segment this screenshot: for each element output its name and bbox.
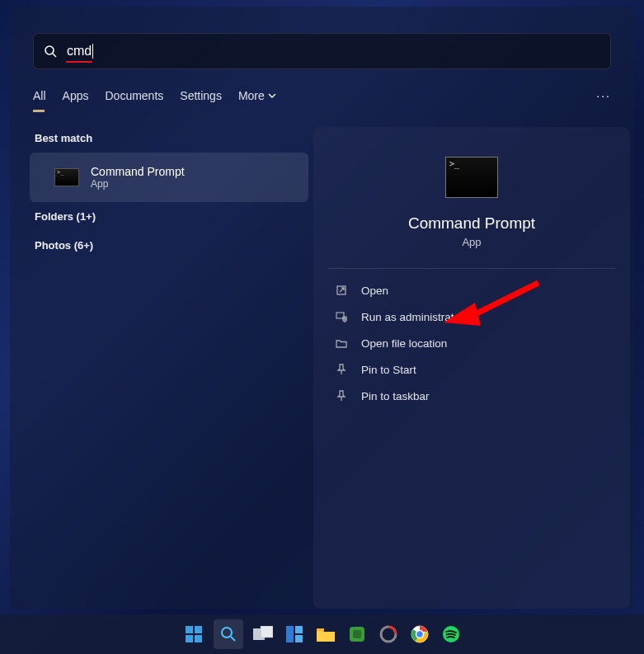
taskbar-start-button[interactable] [182,623,205,646]
pin-icon [335,363,348,376]
svg-rect-14 [286,626,294,642]
preview-subtitle: App [328,236,615,248]
svg-line-1 [53,54,56,57]
search-icon [34,45,67,58]
search-input-text[interactable]: cmd [67,44,92,59]
svg-rect-17 [317,628,324,631]
svg-point-0 [45,46,54,54]
taskbar-file-explorer[interactable] [314,623,337,646]
results-column: Best match Command Prompt App Folders (1… [30,129,308,260]
taskbar-widgets-button[interactable] [283,623,306,646]
action-list: Open Run as administrator Open file loca… [328,277,615,409]
preview-title: Command Prompt [328,214,615,233]
svg-point-10 [222,628,232,638]
action-pin-to-taskbar[interactable]: Pin to taskbar [328,383,615,409]
tab-settings[interactable]: Settings [180,89,222,112]
action-pin-to-start[interactable]: Pin to Start [328,356,615,383]
tab-all[interactable]: All [33,89,46,112]
svg-rect-9 [195,635,202,642]
command-prompt-icon-large [445,157,498,198]
command-prompt-icon [54,168,79,186]
divider [328,268,615,269]
action-run-as-administrator[interactable]: Run as administrator [328,303,615,330]
action-pin-start-label: Pin to Start [361,364,416,376]
taskbar-app-green[interactable] [346,623,369,646]
folders-category[interactable]: Folders (1+) [30,202,308,231]
svg-rect-7 [195,626,202,633]
taskbar-search-button[interactable] [214,619,243,649]
svg-rect-19 [353,630,361,638]
action-open-file-location[interactable]: Open file location [328,330,615,356]
action-open-label: Open [361,285,388,297]
tab-more[interactable]: More [238,89,276,112]
spellcheck-underline [66,61,92,63]
taskbar-chrome[interactable] [408,623,431,646]
text-cursor [92,44,93,59]
svg-rect-16 [295,635,303,642]
svg-rect-6 [186,626,193,633]
result-subtitle: App [91,178,185,190]
action-open-location-label: Open file location [361,337,447,350]
svg-rect-8 [186,635,193,642]
svg-rect-15 [295,626,303,633]
more-options-button[interactable]: ··· [596,89,611,102]
best-match-heading: Best match [30,129,308,148]
tab-apps[interactable]: Apps [63,89,89,112]
taskbar-app-circle[interactable] [377,623,400,646]
start-search-panel: cmd All Apps Documents Settings More ···… [10,7,634,609]
result-title: Command Prompt [91,165,185,178]
tab-documents[interactable]: Documents [105,89,163,112]
svg-rect-13 [261,626,273,638]
preview-panel: Command Prompt App Open Run as administr… [313,127,630,609]
svg-line-11 [231,637,235,641]
chevron-down-icon [268,92,276,100]
action-open[interactable]: Open [328,277,615,303]
action-pin-taskbar-label: Pin to taskbar [361,390,430,402]
best-match-result[interactable]: Command Prompt App [30,153,308,202]
admin-shield-icon [335,310,348,323]
folder-icon [335,336,348,350]
search-bar[interactable]: cmd [33,33,611,69]
taskbar-taskview-button[interactable] [251,623,275,646]
tab-more-label: More [238,89,265,102]
open-icon [335,284,348,297]
filter-tabs: All Apps Documents Settings More [33,86,611,115]
pin-icon [335,389,348,402]
photos-category[interactable]: Photos (6+) [30,231,308,260]
taskbar [0,614,644,654]
taskbar-spotify[interactable] [440,623,463,646]
action-run-admin-label: Run as administrator [361,311,464,323]
